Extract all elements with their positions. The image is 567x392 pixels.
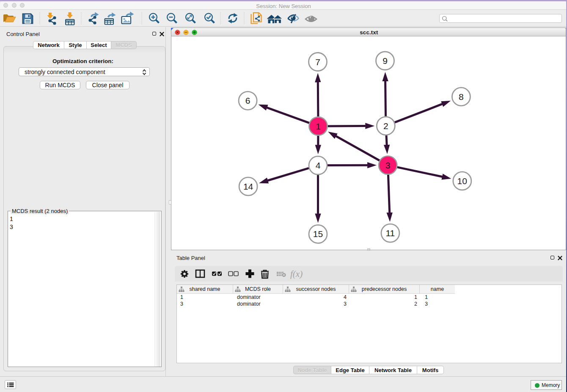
svg-text:9: 9 xyxy=(383,56,388,66)
svg-text:4: 4 xyxy=(316,160,321,170)
svg-text:15: 15 xyxy=(313,229,323,239)
svg-text:6: 6 xyxy=(245,96,250,105)
svg-text:2: 2 xyxy=(383,121,388,131)
svg-text:7: 7 xyxy=(315,57,320,67)
svg-text:1: 1 xyxy=(316,121,321,131)
svg-text:f(x): f(x) xyxy=(290,269,303,279)
svg-text:10: 10 xyxy=(457,176,467,186)
svg-text:14: 14 xyxy=(243,182,253,191)
svg-text:8: 8 xyxy=(459,92,464,102)
svg-text:11: 11 xyxy=(385,228,395,238)
svg-text:3: 3 xyxy=(385,160,391,170)
